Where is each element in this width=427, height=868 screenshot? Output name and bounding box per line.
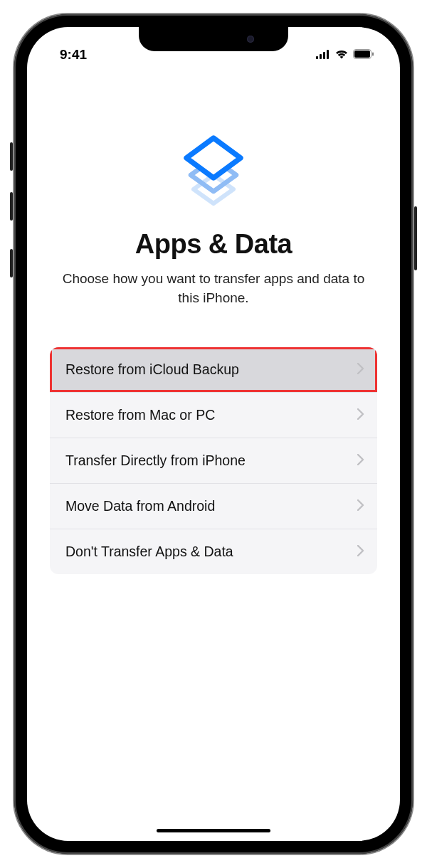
phone-frame: 9:41 — [14, 14, 413, 854]
option-list: Restore from iCloud Backup Restore from … — [50, 347, 377, 574]
option-label: Move Data from Android — [65, 498, 215, 514]
front-camera-icon — [247, 36, 254, 43]
option-restore-mac-pc[interactable]: Restore from Mac or PC — [50, 393, 377, 438]
home-indicator[interactable] — [157, 829, 270, 832]
option-dont-transfer[interactable]: Don't Transfer Apps & Data — [50, 529, 377, 574]
chevron-right-icon — [357, 498, 364, 514]
option-move-android[interactable]: Move Data from Android — [50, 484, 377, 529]
svg-rect-0 — [316, 56, 318, 59]
svg-rect-3 — [327, 50, 329, 59]
phone-screen: 9:41 — [27, 27, 400, 841]
option-label: Restore from iCloud Backup — [65, 361, 239, 378]
battery-icon — [353, 47, 374, 63]
status-indicators — [316, 47, 374, 63]
notch — [139, 27, 288, 51]
option-label: Restore from Mac or PC — [65, 407, 215, 423]
svg-rect-6 — [372, 53, 374, 56]
page-title: Apps & Data — [50, 229, 377, 260]
chevron-right-icon — [357, 361, 364, 378]
wifi-icon — [334, 47, 349, 63]
option-transfer-iphone[interactable]: Transfer Directly from iPhone — [50, 438, 377, 484]
svg-rect-2 — [323, 52, 325, 59]
option-label: Don't Transfer Apps & Data — [65, 544, 233, 560]
option-restore-icloud[interactable]: Restore from iCloud Backup — [50, 347, 377, 393]
content-area: Apps & Data Choose how you want to trans… — [27, 67, 400, 574]
cellular-icon — [316, 47, 330, 63]
apps-data-icon — [50, 124, 377, 209]
chevron-right-icon — [357, 544, 364, 560]
svg-rect-5 — [354, 51, 370, 58]
status-time: 9:41 — [60, 47, 87, 63]
svg-rect-1 — [320, 54, 322, 59]
chevron-right-icon — [357, 407, 364, 423]
page-subtitle: Choose how you want to transfer apps and… — [50, 270, 377, 307]
chevron-right-icon — [357, 452, 364, 469]
option-label: Transfer Directly from iPhone — [65, 452, 246, 469]
